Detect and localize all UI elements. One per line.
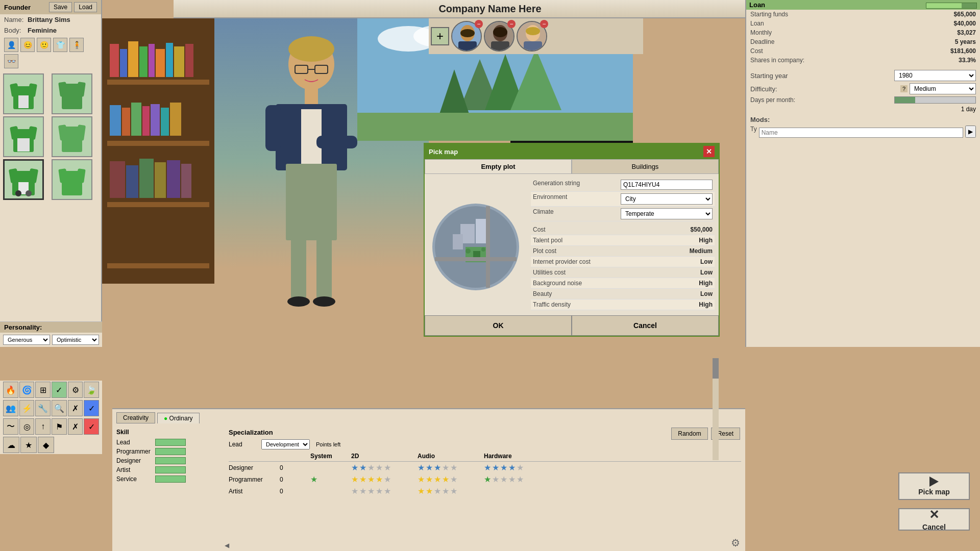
body-row: Body: Feminine bbox=[0, 25, 101, 36]
icon-person[interactable]: 👤 bbox=[4, 38, 18, 52]
skill-icon-check3[interactable]: ✓ bbox=[84, 418, 99, 435]
mods-expand-button[interactable]: ▶ bbox=[965, 126, 976, 138]
svg-rect-62 bbox=[286, 164, 337, 240]
gen-string-input[interactable] bbox=[621, 180, 713, 190]
icon-smile[interactable]: 🙂 bbox=[37, 38, 51, 52]
beauty-label: Beauty bbox=[533, 290, 552, 297]
tab-buildings[interactable]: Buildings bbox=[572, 159, 719, 174]
svg-rect-35 bbox=[174, 46, 184, 77]
mods-name-input[interactable] bbox=[759, 128, 963, 138]
days-slider[interactable] bbox=[894, 96, 976, 104]
skill-icon-leaf[interactable]: 🍃 bbox=[84, 382, 99, 398]
skill-icon-people[interactable]: 👥 bbox=[3, 400, 18, 416]
clothing-item-5[interactable] bbox=[3, 159, 44, 200]
col-system: System bbox=[310, 453, 351, 460]
skill-icon-search[interactable]: 🔍 bbox=[52, 400, 67, 416]
modal-scrollbar[interactable] bbox=[713, 358, 719, 460]
cost-value: $181,600 bbox=[950, 47, 976, 55]
clothing-item-1[interactable] bbox=[3, 73, 44, 114]
skill-icon-flame[interactable]: 🔥 bbox=[3, 382, 18, 398]
tab-creativity[interactable]: Creativity bbox=[116, 412, 155, 423]
svg-rect-49 bbox=[181, 164, 191, 198]
clothing-item-6[interactable] bbox=[52, 159, 92, 200]
svg-rect-64 bbox=[316, 238, 332, 299]
svg-point-86 bbox=[460, 29, 475, 37]
skill-icon-grid[interactable]: ⊞ bbox=[35, 382, 51, 398]
scroll-left[interactable]: ◀ bbox=[225, 542, 229, 549]
lead-dropdown[interactable]: DevelopmentDesignMarketing bbox=[261, 439, 310, 449]
tab-empty-plot[interactable]: Empty plot bbox=[425, 159, 572, 174]
skill-icons: 🔥 🌀 ⊞ ✓ ⚙ 🍃 👥 ⚡ 🔧 🔍 ✗ ✓ 〜 ◎ ↑ ⚑ ✗ ✓ ☁ ★ … bbox=[0, 381, 102, 454]
skill-icon-check1[interactable]: ✓ bbox=[52, 382, 67, 398]
climate-select[interactable]: TemperateHotColdTropical bbox=[621, 208, 713, 219]
days-value-row: 1 day bbox=[746, 105, 980, 114]
svg-rect-101 bbox=[473, 251, 480, 258]
skill-icon-star[interactable]: ★ bbox=[20, 437, 37, 453]
skill-service-bar bbox=[155, 475, 186, 483]
skill-icon-x[interactable]: ✗ bbox=[68, 400, 83, 416]
tab-ordinary[interactable]: ● Ordinary bbox=[157, 413, 200, 423]
remove-avatar-1[interactable]: − bbox=[475, 20, 483, 28]
settings-icon[interactable]: ⚙ bbox=[731, 537, 740, 549]
icon-shirt[interactable]: 👕 bbox=[53, 38, 67, 52]
ok-button[interactable]: OK bbox=[425, 315, 572, 336]
skill-icon-diamond[interactable]: ◆ bbox=[38, 437, 54, 453]
modal-tabs: Empty plot Buildings bbox=[425, 159, 719, 174]
icon-legs[interactable]: 🧍 bbox=[69, 38, 84, 52]
difficulty-select[interactable]: MediumEasyHard bbox=[910, 83, 976, 94]
starting-year-select[interactable]: 198019851990 bbox=[894, 70, 976, 81]
skill-icon-arrow[interactable]: ↑ bbox=[35, 418, 51, 435]
climate-label: Climate bbox=[533, 208, 554, 219]
svg-rect-26 bbox=[107, 202, 209, 207]
random-button[interactable]: Random bbox=[671, 428, 707, 440]
clothing-item-4[interactable] bbox=[52, 116, 92, 157]
skill-icon-x2[interactable]: ✗ bbox=[68, 418, 83, 435]
svg-rect-30 bbox=[128, 41, 138, 77]
icon-glasses[interactable]: 👓 bbox=[4, 54, 18, 68]
skill-row-designer: Designer bbox=[116, 456, 220, 465]
modal-close-button[interactable]: ✕ bbox=[703, 146, 715, 157]
top-bar: Company Name Here 🌐 bbox=[174, 0, 806, 18]
difficulty-row: Difficulty: ? MediumEasyHard bbox=[746, 82, 980, 95]
skill-header: Skill bbox=[116, 429, 220, 436]
trait2-select[interactable]: OptimisticPessimisticNeutral bbox=[52, 335, 99, 345]
skill-icon-cloud[interactable]: ☁ bbox=[3, 437, 19, 453]
environment-row: Environment CityForestDesertSnow bbox=[531, 192, 715, 207]
add-avatar-button[interactable]: + bbox=[431, 27, 449, 45]
remove-avatar-3[interactable]: − bbox=[540, 20, 548, 28]
pick-map-button[interactable]: Pick map bbox=[898, 472, 970, 500]
difficulty-help[interactable]: ? bbox=[900, 85, 908, 92]
load-button[interactable]: Load bbox=[74, 2, 97, 12]
founder-buttons: Save Load bbox=[49, 2, 97, 12]
skill-icon-circle[interactable]: ◎ bbox=[19, 418, 35, 435]
svg-rect-95 bbox=[524, 41, 542, 52]
svg-rect-87 bbox=[458, 41, 477, 52]
skill-programmer-bar bbox=[155, 448, 186, 455]
environment-select[interactable]: CityForestDesertSnow bbox=[621, 193, 713, 205]
spec-designer-audio: ★★★★★ bbox=[418, 463, 484, 472]
tab-ordinary-label: Ordinary bbox=[169, 415, 193, 422]
clothing-item-3[interactable] bbox=[3, 116, 44, 157]
skill-icon-cog[interactable]: 🔧 bbox=[35, 400, 51, 416]
skill-icon-flag[interactable]: ⚑ bbox=[52, 418, 67, 435]
icon-face[interactable]: 😊 bbox=[20, 38, 35, 52]
trait1-select[interactable]: GenerousSelfishNeutral bbox=[3, 335, 50, 345]
skill-icon-bolt[interactable]: ⚡ bbox=[19, 400, 35, 416]
svg-rect-2 bbox=[28, 83, 37, 97]
skill-row-service: Service bbox=[116, 474, 220, 484]
starting-year-label: Starting year bbox=[750, 72, 788, 80]
skill-artist-name: Artist bbox=[116, 466, 152, 473]
skill-icon-check2[interactable]: ✓ bbox=[84, 400, 99, 416]
skill-icon-wave[interactable]: 〜 bbox=[3, 418, 18, 435]
clothing-item-2[interactable] bbox=[52, 73, 92, 114]
body-label: Body: bbox=[4, 27, 24, 34]
svg-rect-45 bbox=[126, 165, 138, 198]
modal-cancel-button[interactable]: Cancel bbox=[572, 315, 719, 336]
skill-icon-spiral[interactable]: 🌀 bbox=[19, 382, 35, 398]
skill-lead-name: Lead bbox=[116, 439, 152, 446]
cancel-game-button[interactable]: ✕ Cancel bbox=[898, 508, 970, 531]
skill-icon-gear[interactable]: ⚙ bbox=[68, 382, 83, 398]
svg-rect-55 bbox=[305, 89, 318, 104]
remove-avatar-2[interactable]: − bbox=[507, 20, 516, 28]
save-button[interactable]: Save bbox=[49, 2, 72, 12]
